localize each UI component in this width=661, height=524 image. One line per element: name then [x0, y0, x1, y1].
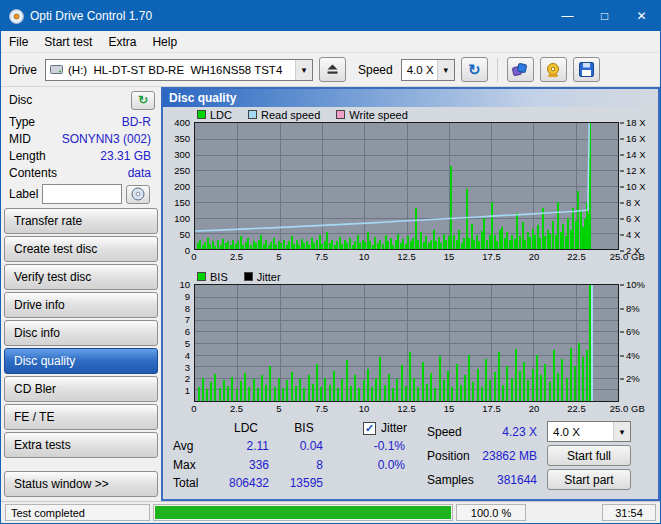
save-button[interactable] [573, 57, 600, 82]
data-bar [511, 378, 513, 401]
y-tick-label: 14 X [620, 149, 646, 160]
data-bar [257, 388, 259, 401]
data-bar [586, 350, 588, 401]
sidebar-button-transfer-rate[interactable]: Transfer rate [4, 208, 158, 234]
disc-contents-label: Contents [9, 166, 57, 180]
rescan-disc-button[interactable]: ↻ [131, 91, 155, 110]
data-bar [434, 388, 436, 401]
data-bar [341, 379, 343, 401]
data-bar [392, 388, 394, 401]
x-tick-label: 20 [529, 251, 540, 262]
data-bar [506, 366, 508, 401]
save-icon [579, 62, 594, 77]
eject-icon [327, 64, 338, 75]
data-bar [439, 356, 441, 401]
row-label-total: Total [171, 476, 215, 490]
data-bar [485, 359, 487, 401]
minimize-button[interactable]: — [549, 1, 586, 31]
y-tick-label: 250 [174, 165, 190, 176]
position-row-label: Position [425, 449, 481, 463]
sidebar-button-drive-info[interactable]: Drive info [4, 292, 158, 318]
scan-speed-select[interactable]: 4.0 X ▾ [547, 421, 631, 442]
menu-start-test[interactable]: Start test [36, 31, 100, 52]
sidebar-button-disc-quality[interactable]: Disc quality [4, 348, 158, 374]
drive-label: Drive [9, 63, 37, 77]
y-tick-label: 10 X [620, 181, 646, 192]
jitter-swatch [244, 272, 253, 281]
chart-legend: LDCRead speedWrite speed [167, 107, 654, 122]
y-tick-label: 3 [185, 361, 190, 372]
x-tick-label: 5 [276, 403, 281, 414]
data-bar [206, 389, 208, 401]
status-window-button[interactable]: Status window >> [4, 471, 158, 497]
samples-row-label: Samples [425, 473, 481, 487]
write-speed-swatch [336, 110, 345, 119]
menu-help[interactable]: Help [144, 31, 185, 52]
data-bar [477, 369, 479, 401]
progress-percent: 100.0 % [456, 504, 526, 521]
row-label-max: Max [171, 458, 215, 472]
data-bar [460, 385, 462, 401]
max-bis-value: 8 [277, 458, 331, 472]
burn-disc-button[interactable] [540, 57, 567, 82]
x-axis: 02.557.51012.51517.52022.525.0GB [194, 250, 619, 264]
data-bar [253, 379, 255, 401]
data-bar [417, 387, 419, 401]
data-bar [248, 387, 250, 401]
legend-item: BIS [197, 271, 228, 283]
window-title: Opti Drive Control 1.70 [30, 9, 152, 23]
data-bar [231, 377, 233, 401]
sidebar-button-verify-test-disc[interactable]: Verify test disc [4, 264, 158, 290]
data-bar [481, 387, 483, 401]
sidebar-button-fe-te[interactable]: FE / TE [4, 404, 158, 430]
progress-fill [155, 506, 451, 519]
y-axis-right: 18 X16 X14 X12 X10 X8 X6 X4 X2 X [619, 122, 654, 250]
disc-label-input[interactable] [42, 184, 122, 204]
data-bar [388, 374, 390, 401]
data-bar [265, 385, 267, 401]
x-tick-label: 17.5 [482, 251, 501, 262]
data-bar [299, 379, 301, 401]
jitter-checkbox[interactable]: ✓ [363, 422, 376, 435]
data-bar [515, 349, 517, 401]
data-bar [223, 380, 225, 401]
start-full-button[interactable]: Start full [547, 445, 631, 466]
avg-jitter-value: -0.1% [331, 439, 413, 453]
menu-file[interactable]: File [1, 31, 36, 52]
y-tick-label: 9 [185, 290, 190, 301]
speed-select[interactable]: 4.0 X ▾ [401, 59, 455, 81]
sidebar-button-cd-bler[interactable]: CD Bler [4, 376, 158, 402]
x-tick-label: 17.5 [482, 403, 501, 414]
disc-contents-value[interactable]: data [128, 166, 151, 180]
sidebar-button-disc-info[interactable]: Disc info [4, 320, 158, 346]
data-bar [274, 387, 276, 401]
drive-select[interactable]: (H:) HL-DT-ST BD-RE WH16NS58 TST4 ▾ [45, 59, 313, 81]
statusbar: Test completed 100.0 % 31:54 [1, 501, 660, 523]
data-bar [443, 380, 445, 401]
data-bar [295, 386, 297, 401]
disc-compare-button[interactable] [507, 57, 534, 82]
write-label-button[interactable] [126, 185, 150, 204]
speed-label: Speed [358, 63, 393, 77]
data-bar [354, 375, 356, 401]
close-button[interactable]: ✕ [623, 1, 660, 31]
disc-length-row: Length 23.31 GB [1, 147, 161, 164]
y-axis-right: 10%8%6%4%2% [619, 284, 654, 402]
refresh-speeds-button[interactable]: ↻ [461, 57, 488, 82]
chevron-down-icon: ▾ [437, 60, 454, 80]
data-bar [409, 352, 411, 401]
disc-quality-panel: Disc quality LDCRead speedWrite speed 40… [161, 87, 660, 501]
position-value: 23862 MB [481, 449, 547, 463]
eject-button[interactable] [319, 57, 346, 82]
sidebar-button-extra-tests[interactable]: Extra tests [4, 432, 158, 458]
start-part-button[interactable]: Start part [547, 469, 631, 490]
menu-extra[interactable]: Extra [100, 31, 144, 52]
maximize-button[interactable]: □ [586, 1, 623, 31]
disc-section-label: Disc [9, 93, 32, 107]
data-bar [286, 380, 288, 401]
sidebar-button-create-test-disc[interactable]: Create test disc [4, 236, 158, 262]
data-bar [324, 378, 326, 401]
x-tick-label: 0 [191, 403, 196, 414]
y-tick-label: 300 [174, 149, 190, 160]
avg-ldc-value: 2.11 [215, 439, 277, 453]
